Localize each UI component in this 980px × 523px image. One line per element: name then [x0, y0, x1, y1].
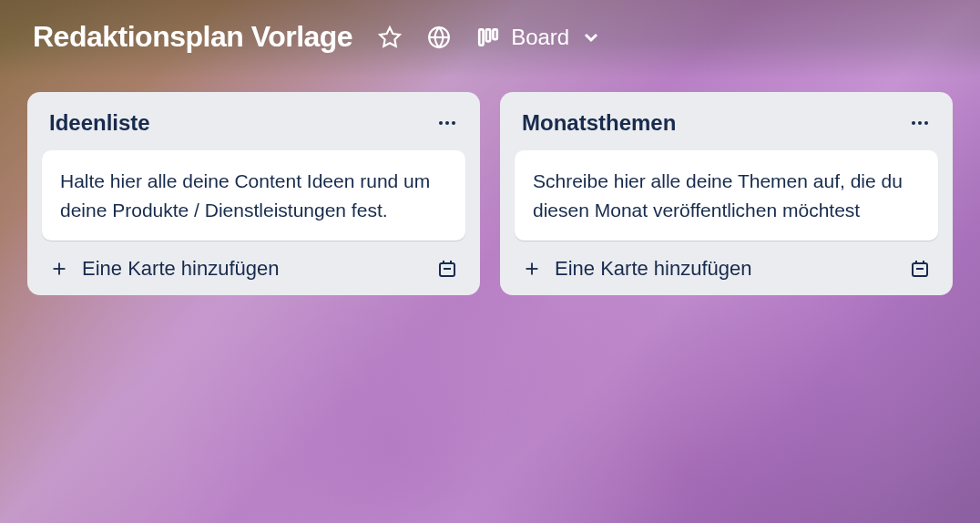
list-title[interactable]: Monatsthemen [522, 110, 676, 136]
plus-icon [49, 259, 69, 279]
list-header: Monatsthemen [511, 105, 942, 150]
svg-marker-0 [380, 27, 400, 46]
list: Monatsthemen Schreibe hier alle deine Th… [500, 92, 953, 295]
svg-point-8 [452, 121, 455, 125]
board-view-icon [476, 26, 500, 49]
add-card-label: Eine Karte hinzufügen [82, 257, 280, 281]
more-icon[interactable] [909, 112, 931, 134]
chevron-down-icon [580, 26, 602, 48]
template-icon[interactable] [909, 258, 931, 280]
globe-icon[interactable] [427, 26, 451, 49]
view-label: Board [511, 25, 569, 50]
svg-point-7 [445, 121, 449, 125]
add-card-button[interactable]: Eine Karte hinzufügen [522, 257, 752, 281]
template-icon[interactable] [436, 258, 458, 280]
list: Ideenliste Halte hier alle deine Content… [27, 92, 480, 295]
svg-point-15 [912, 121, 915, 125]
list-title[interactable]: Ideenliste [49, 110, 150, 136]
card-text: Schreibe hier alle deine Themen auf, die… [533, 167, 920, 224]
view-switcher[interactable]: Board [476, 25, 602, 50]
svg-point-17 [924, 121, 928, 125]
list-footer: Eine Karte hinzufügen [38, 241, 469, 284]
more-icon[interactable] [436, 112, 458, 134]
svg-point-6 [439, 121, 443, 125]
list-footer: Eine Karte hinzufügen [511, 241, 942, 284]
add-card-button[interactable]: Eine Karte hinzufügen [49, 257, 280, 281]
svg-rect-3 [479, 29, 483, 45]
card[interactable]: Schreibe hier alle deine Themen auf, die… [515, 150, 938, 241]
star-icon[interactable] [378, 26, 402, 49]
plus-icon [522, 259, 542, 279]
board-title[interactable]: Redaktionsplan Vorlage [33, 20, 352, 54]
card[interactable]: Halte hier alle deine Content Ideen rund… [42, 150, 465, 241]
board-canvas: Ideenliste Halte hier alle deine Content… [0, 74, 980, 313]
add-card-label: Eine Karte hinzufügen [555, 257, 752, 281]
svg-rect-5 [494, 29, 497, 39]
list-header: Ideenliste [38, 105, 469, 150]
svg-point-16 [918, 121, 922, 125]
board-header: Redaktionsplan Vorlage Board [0, 0, 980, 74]
svg-rect-4 [486, 29, 490, 41]
card-text: Halte hier alle deine Content Ideen rund… [60, 167, 447, 224]
